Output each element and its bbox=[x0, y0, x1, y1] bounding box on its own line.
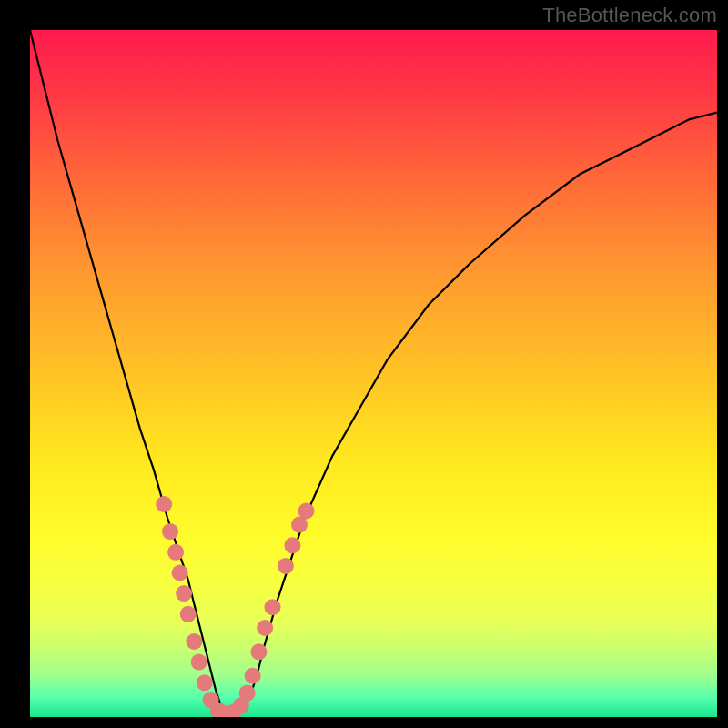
dot-cluster bbox=[156, 496, 314, 717]
dot bbox=[284, 537, 300, 553]
dot bbox=[257, 620, 273, 636]
dot bbox=[156, 496, 172, 512]
bottleneck-curve bbox=[30, 30, 717, 717]
dot bbox=[197, 674, 213, 691]
dot bbox=[239, 685, 256, 702]
dot bbox=[186, 633, 202, 650]
dot bbox=[162, 523, 178, 540]
chart-frame: TheBottleneck.com bbox=[0, 0, 728, 728]
watermark-text: TheBottleneck.com bbox=[542, 4, 717, 27]
dot bbox=[191, 654, 207, 671]
dot bbox=[167, 544, 184, 561]
dot bbox=[278, 558, 294, 574]
dot bbox=[298, 503, 315, 520]
curve-layer bbox=[30, 30, 717, 717]
dot bbox=[172, 565, 188, 581]
dot bbox=[176, 585, 192, 602]
dot bbox=[265, 599, 281, 615]
dot bbox=[250, 643, 267, 660]
plot-area bbox=[30, 30, 717, 717]
dot bbox=[180, 606, 197, 622]
dot bbox=[245, 668, 261, 684]
